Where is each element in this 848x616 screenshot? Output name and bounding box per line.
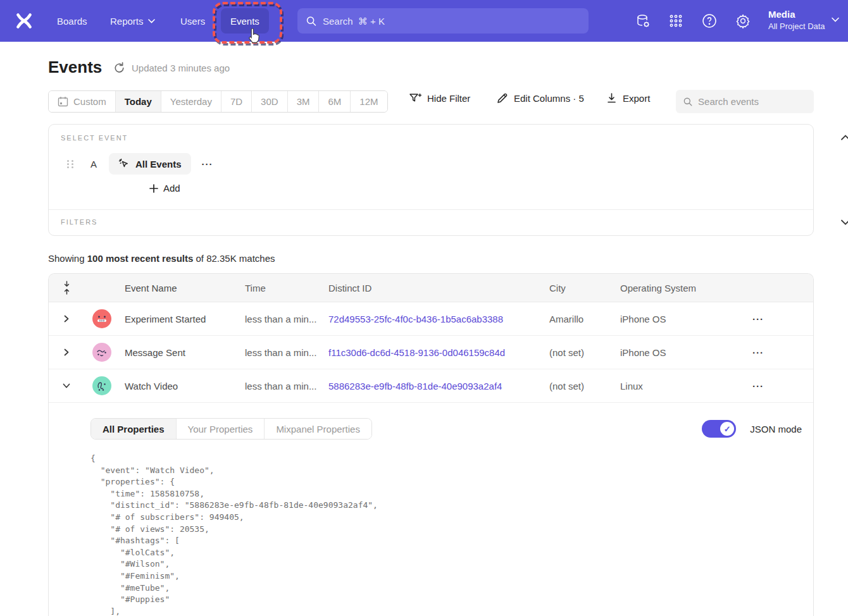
nav-item-label: Reports bbox=[110, 16, 144, 27]
date-range-picker: Custom Today Yesterday 7D 30D 3M 6M 12M bbox=[48, 90, 388, 113]
apps-grid-icon[interactable] bbox=[668, 13, 683, 28]
search-events-box[interactable] bbox=[676, 90, 814, 113]
cell-os: Linux bbox=[615, 381, 745, 391]
event-detail-panel: All Properties Your Properties Mixpanel … bbox=[49, 403, 813, 616]
settings-gear-icon[interactable] bbox=[735, 13, 751, 28]
col-header-event-name[interactable]: Event Name bbox=[120, 283, 240, 293]
range-today[interactable]: Today bbox=[116, 91, 161, 112]
refresh-icon[interactable] bbox=[113, 62, 125, 74]
cell-city: (not set) bbox=[544, 381, 615, 391]
distinct-id-link[interactable]: 72d49553-25fc-4f0c-b436-1b5ac6ab3388 bbox=[328, 314, 503, 324]
nav-item-label: Events bbox=[230, 16, 259, 27]
range-label: Yesterday bbox=[170, 96, 212, 107]
account-project: All Project Data bbox=[768, 21, 825, 32]
nav-item-reports[interactable]: Reports bbox=[110, 0, 155, 42]
collapse-row-chevron-down-icon[interactable] bbox=[63, 382, 70, 390]
add-event-button[interactable]: Add bbox=[149, 183, 180, 194]
event-avatar bbox=[92, 343, 111, 362]
table-row[interactable]: Experiment Started less than a min... 72… bbox=[49, 302, 813, 336]
results-summary: Showing 100 most recent results of 82.35… bbox=[48, 253, 275, 264]
table-row[interactable]: Message Sent less than a min... f11c30d6… bbox=[49, 336, 813, 369]
cell-time: less than a min... bbox=[240, 347, 323, 358]
distinct-id-link[interactable]: 5886283e-e9fb-48fb-81de-40e9093a2af4 bbox=[328, 381, 502, 391]
search-icon bbox=[306, 16, 316, 27]
add-label: Add bbox=[163, 183, 180, 194]
event-chip-label: All Events bbox=[135, 159, 182, 169]
cell-os: iPhone OS bbox=[615, 314, 745, 324]
cell-event-name: Experiment Started bbox=[120, 314, 240, 324]
nav-item-events[interactable]: Events bbox=[221, 8, 269, 34]
hide-filter-button[interactable]: Hide Filter bbox=[409, 92, 470, 104]
chevron-down-icon bbox=[148, 19, 155, 23]
plus-icon bbox=[149, 184, 158, 193]
search-icon bbox=[683, 97, 692, 107]
export-button[interactable]: Export bbox=[606, 92, 650, 104]
range-label: 6M bbox=[328, 96, 341, 107]
range-7d[interactable]: 7D bbox=[221, 91, 252, 112]
event-avatar bbox=[92, 376, 111, 395]
download-icon bbox=[606, 92, 617, 104]
col-header-city[interactable]: City bbox=[544, 283, 615, 293]
global-search[interactable] bbox=[297, 8, 589, 34]
expand-filters-chevron-down-icon[interactable] bbox=[841, 219, 848, 225]
range-label: Today bbox=[125, 96, 152, 107]
nav-item-boards[interactable]: Boards bbox=[57, 0, 87, 42]
event-row-more-button[interactable]: ··· bbox=[202, 159, 213, 169]
export-label: Export bbox=[623, 93, 650, 104]
collapse-section-chevron-up-icon[interactable] bbox=[841, 135, 848, 140]
table-row-expanded[interactable]: Watch Video less than a min... 5886283e-… bbox=[49, 369, 813, 403]
col-header-distinct-id[interactable]: Distinct ID bbox=[323, 283, 544, 293]
data-management-icon[interactable] bbox=[635, 13, 651, 28]
range-3m[interactable]: 3M bbox=[288, 91, 320, 112]
nav-item-label: Boards bbox=[57, 16, 87, 27]
mixpanel-logo-icon[interactable] bbox=[15, 12, 33, 30]
expand-row-chevron-right-icon[interactable] bbox=[63, 348, 70, 356]
search-events-input[interactable] bbox=[698, 96, 806, 107]
toggle-check-icon: ✓ bbox=[720, 422, 734, 436]
event-json-code: { "event": "Watch Video", "properties": … bbox=[90, 453, 802, 616]
event-row-letter: A bbox=[90, 159, 97, 169]
expand-row-chevron-right-icon[interactable] bbox=[63, 315, 70, 323]
global-search-input[interactable] bbox=[323, 16, 580, 27]
tab-your-properties[interactable]: Your Properties bbox=[177, 419, 265, 439]
events-table: Event Name Time Distinct ID City Operati… bbox=[48, 273, 814, 616]
select-event-label: SELECT EVENT bbox=[61, 134, 128, 142]
event-avatar bbox=[92, 309, 111, 328]
tab-mixpanel-properties[interactable]: Mixpanel Properties bbox=[265, 419, 371, 439]
range-custom[interactable]: Custom bbox=[49, 91, 116, 112]
calendar-icon bbox=[58, 96, 68, 107]
properties-tabs: All Properties Your Properties Mixpanel … bbox=[90, 418, 372, 440]
account-chevron-down-icon[interactable] bbox=[832, 17, 840, 23]
drag-handle-icon[interactable] bbox=[67, 160, 74, 168]
cell-city: Amarillo bbox=[544, 314, 615, 324]
table-header-row: Event Name Time Distinct ID City Operati… bbox=[49, 274, 813, 302]
nav-item-label: Users bbox=[180, 16, 205, 27]
event-selector-chip[interactable]: All Events bbox=[109, 153, 191, 175]
account-switcher[interactable]: Media All Project Data bbox=[768, 8, 825, 32]
distinct-id-link[interactable]: f11c30d6-dc6d-4518-9136-0d046159c84d bbox=[328, 347, 505, 358]
range-label: 30D bbox=[261, 96, 278, 107]
range-label: Custom bbox=[73, 96, 106, 107]
range-30d[interactable]: 30D bbox=[252, 91, 288, 112]
filters-label: FILTERS bbox=[61, 218, 97, 226]
col-header-os[interactable]: Operating System bbox=[615, 283, 745, 293]
expand-collapse-all-icon[interactable] bbox=[63, 281, 71, 295]
page-title: Events bbox=[48, 58, 102, 77]
cell-os: iPhone OS bbox=[615, 347, 745, 358]
row-more-button[interactable]: ··· bbox=[745, 347, 813, 358]
col-header-time[interactable]: Time bbox=[240, 283, 323, 293]
help-icon[interactable] bbox=[702, 13, 717, 28]
range-label: 7D bbox=[230, 96, 242, 107]
edit-columns-button[interactable]: Edit Columns · 5 bbox=[496, 92, 584, 104]
range-12m[interactable]: 12M bbox=[351, 91, 387, 112]
range-yesterday[interactable]: Yesterday bbox=[161, 91, 221, 112]
row-more-button[interactable]: ··· bbox=[745, 314, 813, 324]
tab-all-properties[interactable]: All Properties bbox=[91, 419, 177, 439]
json-mode-toggle[interactable]: ✓ bbox=[702, 420, 736, 438]
row-more-button[interactable]: ··· bbox=[745, 381, 813, 391]
range-6m[interactable]: 6M bbox=[319, 91, 351, 112]
click-cursor-icon bbox=[118, 158, 130, 169]
nav-item-users[interactable]: Users bbox=[180, 0, 205, 42]
top-navbar: Boards Reports Users Events Media All Pr… bbox=[0, 0, 848, 42]
last-updated-text: Updated 3 minutes ago bbox=[132, 63, 230, 73]
